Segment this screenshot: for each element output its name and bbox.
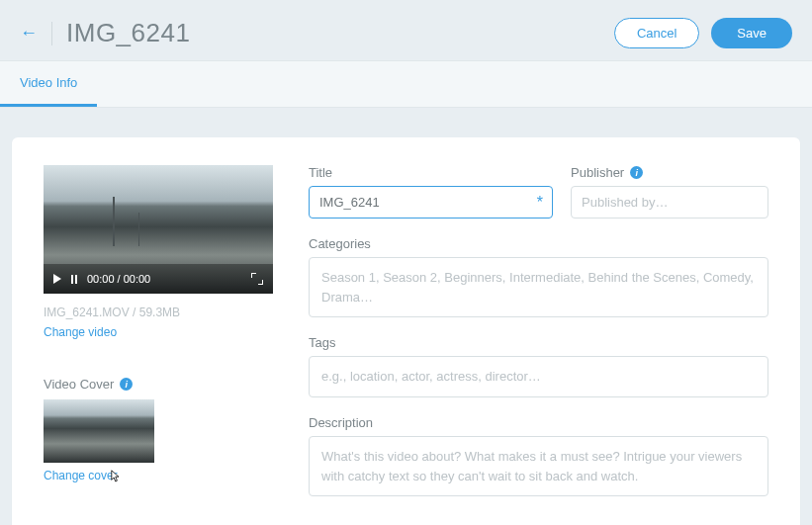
video-cover-label-text: Video Cover (44, 377, 114, 392)
required-star-icon: * (537, 194, 543, 212)
categories-label: Categories (309, 236, 768, 251)
preview-art (113, 197, 115, 246)
preview-art (138, 213, 139, 246)
cover-thumbnail[interactable] (44, 399, 154, 463)
video-time: 00:00 / 00:00 (87, 273, 150, 285)
group-title: Title * (309, 165, 553, 219)
video-preview[interactable]: 00:00 / 00:00 (44, 165, 273, 294)
change-cover-link[interactable]: Change cover (44, 469, 118, 482)
title-input-wrap: * (309, 186, 553, 219)
change-video-link[interactable]: Change video (44, 325, 117, 339)
controls-left: 00:00 / 00:00 (53, 273, 150, 285)
file-info-text: IMG_6241.MOV / 59.3MB (44, 306, 273, 319)
tags-input[interactable]: e.g., location, actor, actress, director… (309, 356, 768, 397)
tab-video-info[interactable]: Video Info (0, 61, 97, 107)
description-label: Description (309, 415, 768, 430)
header-divider (51, 22, 52, 45)
row-title-publisher: Title * Publisher i (309, 165, 768, 236)
cancel-button[interactable]: Cancel (614, 18, 699, 48)
tags-label: Tags (309, 335, 768, 350)
title-label: Title (309, 165, 553, 180)
video-cover-label: Video Cover i (44, 377, 273, 392)
publisher-input[interactable] (571, 186, 768, 219)
fullscreen-icon[interactable] (251, 273, 263, 285)
info-icon[interactable]: i (630, 166, 643, 179)
page-header: ← IMG_6241 Cancel Save (0, 0, 812, 60)
page-title: IMG_6241 (66, 18, 190, 48)
play-icon[interactable] (53, 274, 61, 284)
categories-input[interactable]: Season 1, Season 2, Beginners, Intermedi… (309, 257, 768, 317)
group-categories: Categories Season 1, Season 2, Beginners… (309, 236, 768, 317)
back-arrow-icon[interactable]: ← (20, 23, 38, 44)
group-description: Description What's this video about? Wha… (309, 415, 768, 496)
info-icon[interactable]: i (120, 378, 133, 391)
group-tags: Tags e.g., location, actor, actress, dir… (309, 335, 768, 397)
group-publisher: Publisher i (571, 165, 768, 219)
tabs-bar: Video Info (0, 60, 812, 108)
header-actions: Cancel Save (614, 18, 792, 48)
video-controls: 00:00 / 00:00 (44, 264, 273, 294)
save-button[interactable]: Save (711, 18, 792, 48)
description-input[interactable]: What's this video about? What makes it a… (309, 436, 768, 496)
left-column: 00:00 / 00:00 IMG_6241.MOV / 59.3MB Chan… (44, 165, 273, 514)
right-column: Title * Publisher i Categories Season 1,… (309, 165, 768, 514)
header-left: ← IMG_6241 (20, 18, 190, 48)
publisher-label-text: Publisher (571, 165, 624, 180)
pause-icon[interactable] (71, 275, 77, 284)
publisher-label: Publisher i (571, 165, 768, 180)
content-card: 00:00 / 00:00 IMG_6241.MOV / 59.3MB Chan… (12, 137, 800, 525)
title-input[interactable] (309, 186, 553, 219)
